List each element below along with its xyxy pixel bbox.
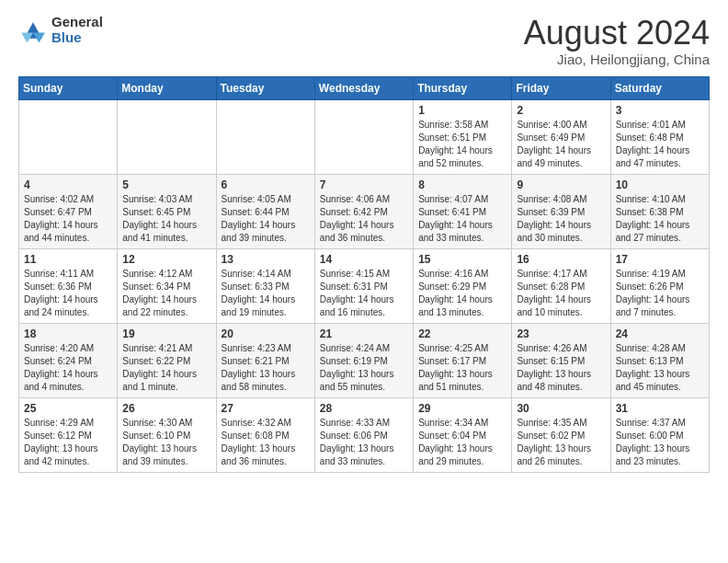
day-info: Sunrise: 4:23 AM Sunset: 6:21 PM Dayligh… [222,342,310,394]
calendar-cell: 18Sunrise: 4:20 AM Sunset: 6:24 PM Dayli… [19,323,118,397]
logo: General Blue [18,15,103,45]
calendar-cell [19,99,118,174]
day-info: Sunrise: 4:10 AM Sunset: 6:38 PM Dayligh… [616,193,704,245]
month-title: August 2024 [524,15,710,52]
day-number: 17 [616,253,704,266]
title-block: August 2024 Jiao, Heilongjiang, China [524,15,710,67]
calendar-cell: 31Sunrise: 4:37 AM Sunset: 6:00 PM Dayli… [610,397,709,472]
col-saturday: Saturday [610,76,709,99]
day-info: Sunrise: 4:32 AM Sunset: 6:08 PM Dayligh… [222,417,310,468]
header: General Blue August 2024 Jiao, Heilongji… [18,15,710,67]
col-friday: Friday [512,76,610,99]
day-number: 29 [418,402,506,415]
day-number: 28 [320,402,408,415]
day-number: 7 [320,178,408,191]
day-number: 18 [24,327,112,340]
day-info: Sunrise: 4:11 AM Sunset: 6:36 PM Dayligh… [24,268,112,319]
day-number: 23 [517,327,605,340]
calendar-cell: 23Sunrise: 4:26 AM Sunset: 6:15 PM Dayli… [512,323,610,397]
day-number: 11 [24,253,112,266]
calendar-week-3: 11Sunrise: 4:11 AM Sunset: 6:36 PM Dayli… [19,248,710,323]
day-info: Sunrise: 4:33 AM Sunset: 6:06 PM Dayligh… [320,417,408,468]
calendar-cell: 22Sunrise: 4:25 AM Sunset: 6:17 PM Dayli… [414,323,512,397]
day-info: Sunrise: 4:05 AM Sunset: 6:44 PM Dayligh… [222,193,310,245]
day-info: Sunrise: 4:17 AM Sunset: 6:28 PM Dayligh… [517,268,605,319]
col-tuesday: Tuesday [216,76,314,99]
day-number: 10 [616,178,704,191]
location: Jiao, Heilongjiang, China [524,52,710,67]
day-info: Sunrise: 4:03 AM Sunset: 6:45 PM Dayligh… [122,193,210,245]
col-sunday: Sunday [19,76,118,99]
day-info: Sunrise: 4:35 AM Sunset: 6:02 PM Dayligh… [517,417,605,468]
logo-text: General Blue [51,15,103,45]
calendar-cell: 6Sunrise: 4:05 AM Sunset: 6:44 PM Daylig… [216,174,314,248]
calendar-cell: 8Sunrise: 4:07 AM Sunset: 6:41 PM Daylig… [414,174,512,248]
day-info: Sunrise: 4:00 AM Sunset: 6:49 PM Dayligh… [517,119,605,170]
calendar-cell: 30Sunrise: 4:35 AM Sunset: 6:02 PM Dayli… [512,397,610,472]
calendar-cell: 25Sunrise: 4:29 AM Sunset: 6:12 PM Dayli… [19,397,118,472]
day-number: 14 [320,253,408,266]
calendar-cell: 12Sunrise: 4:12 AM Sunset: 6:34 PM Dayli… [118,248,216,323]
calendar-week-4: 18Sunrise: 4:20 AM Sunset: 6:24 PM Dayli… [19,323,710,397]
day-number: 22 [418,327,506,340]
calendar-table: Sunday Monday Tuesday Wednesday Thursday… [18,76,710,473]
day-info: Sunrise: 4:06 AM Sunset: 6:42 PM Dayligh… [320,193,408,245]
day-info: Sunrise: 4:15 AM Sunset: 6:31 PM Dayligh… [320,268,408,319]
calendar-cell: 28Sunrise: 4:33 AM Sunset: 6:06 PM Dayli… [314,397,413,472]
day-number: 19 [122,327,210,340]
calendar-cell: 29Sunrise: 4:34 AM Sunset: 6:04 PM Dayli… [414,397,512,472]
day-number: 8 [418,178,506,191]
day-info: Sunrise: 4:14 AM Sunset: 6:33 PM Dayligh… [222,268,310,319]
day-number: 20 [222,327,310,340]
day-info: Sunrise: 4:24 AM Sunset: 6:19 PM Dayligh… [320,342,408,394]
day-info: Sunrise: 4:30 AM Sunset: 6:10 PM Dayligh… [122,417,210,468]
day-number: 1 [418,104,506,117]
day-info: Sunrise: 3:58 AM Sunset: 6:51 PM Dayligh… [418,119,506,170]
calendar-cell: 26Sunrise: 4:30 AM Sunset: 6:10 PM Dayli… [118,397,216,472]
page-container: General Blue August 2024 Jiao, Heilongji… [0,0,728,482]
day-number: 9 [517,178,605,191]
day-info: Sunrise: 4:16 AM Sunset: 6:29 PM Dayligh… [418,268,506,319]
day-info: Sunrise: 4:28 AM Sunset: 6:13 PM Dayligh… [616,342,704,394]
col-wednesday: Wednesday [314,76,413,99]
day-info: Sunrise: 4:19 AM Sunset: 6:26 PM Dayligh… [616,268,704,319]
calendar-week-1: 1Sunrise: 3:58 AM Sunset: 6:51 PM Daylig… [19,99,710,174]
calendar-cell: 15Sunrise: 4:16 AM Sunset: 6:29 PM Dayli… [414,248,512,323]
calendar-cell [118,99,216,174]
calendar-cell: 7Sunrise: 4:06 AM Sunset: 6:42 PM Daylig… [314,174,413,248]
calendar-cell: 11Sunrise: 4:11 AM Sunset: 6:36 PM Dayli… [19,248,118,323]
calendar-cell [314,99,413,174]
calendar-cell: 27Sunrise: 4:32 AM Sunset: 6:08 PM Dayli… [216,397,314,472]
day-info: Sunrise: 4:34 AM Sunset: 6:04 PM Dayligh… [418,417,506,468]
day-info: Sunrise: 4:26 AM Sunset: 6:15 PM Dayligh… [517,342,605,394]
calendar-cell: 3Sunrise: 4:01 AM Sunset: 6:48 PM Daylig… [610,99,709,174]
calendar-cell: 17Sunrise: 4:19 AM Sunset: 6:26 PM Dayli… [610,248,709,323]
calendar-cell: 14Sunrise: 4:15 AM Sunset: 6:31 PM Dayli… [314,248,413,323]
logo-blue: Blue [51,30,103,46]
day-number: 21 [320,327,408,340]
day-number: 12 [122,253,210,266]
day-info: Sunrise: 4:07 AM Sunset: 6:41 PM Dayligh… [418,193,506,245]
calendar-cell: 24Sunrise: 4:28 AM Sunset: 6:13 PM Dayli… [610,323,709,397]
day-number: 31 [616,402,704,415]
day-info: Sunrise: 4:08 AM Sunset: 6:39 PM Dayligh… [517,193,605,245]
day-number: 27 [222,402,310,415]
day-info: Sunrise: 4:29 AM Sunset: 6:12 PM Dayligh… [24,417,112,468]
day-info: Sunrise: 4:21 AM Sunset: 6:22 PM Dayligh… [122,342,210,394]
day-number: 2 [517,104,605,117]
day-info: Sunrise: 4:02 AM Sunset: 6:47 PM Dayligh… [24,193,112,245]
day-number: 5 [122,178,210,191]
day-info: Sunrise: 4:37 AM Sunset: 6:00 PM Dayligh… [616,417,704,468]
day-number: 15 [418,253,506,266]
calendar-cell [216,99,314,174]
day-number: 6 [222,178,310,191]
day-info: Sunrise: 4:01 AM Sunset: 6:48 PM Dayligh… [616,119,704,170]
calendar-cell: 1Sunrise: 3:58 AM Sunset: 6:51 PM Daylig… [414,99,512,174]
day-info: Sunrise: 4:12 AM Sunset: 6:34 PM Dayligh… [122,268,210,319]
calendar-cell: 20Sunrise: 4:23 AM Sunset: 6:21 PM Dayli… [216,323,314,397]
col-thursday: Thursday [414,76,512,99]
logo-icon [18,17,48,43]
day-number: 25 [24,402,112,415]
calendar-cell: 21Sunrise: 4:24 AM Sunset: 6:19 PM Dayli… [314,323,413,397]
calendar-week-5: 25Sunrise: 4:29 AM Sunset: 6:12 PM Dayli… [19,397,710,472]
